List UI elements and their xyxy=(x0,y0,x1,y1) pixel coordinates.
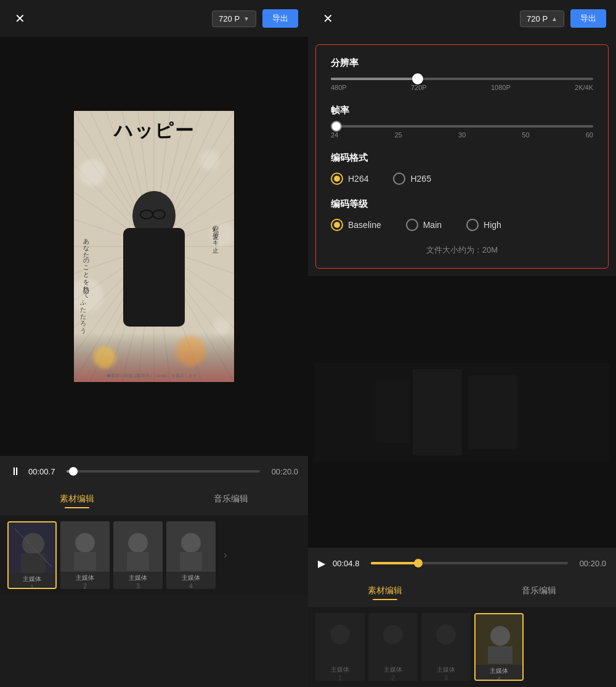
left-resolution-value: 720 P xyxy=(219,14,240,23)
codec-h264-option[interactable]: H264 xyxy=(331,173,368,185)
grade-main-label: Main xyxy=(423,220,442,230)
left-tab-music[interactable]: 音乐编辑 xyxy=(154,494,308,508)
fr-label-30: 30 xyxy=(458,131,466,139)
right-progress-fill xyxy=(371,562,418,564)
left-progress-handle[interactable] xyxy=(69,467,78,476)
right-close-button[interactable]: ✕ xyxy=(318,9,338,28)
right-thumb-3[interactable]: 主媒体 3 xyxy=(421,613,471,681)
framerate-section-label: 帧率 xyxy=(331,105,593,116)
framerate-labels: 24 25 30 50 60 xyxy=(331,131,593,139)
left-thumb-3-num: 3 xyxy=(113,583,163,589)
right-time-current: 00:04.8 xyxy=(333,559,363,568)
grade-main-radio[interactable] xyxy=(406,219,418,231)
svg-rect-69 xyxy=(180,552,202,571)
right-progress-bar[interactable] xyxy=(371,562,568,564)
left-thumb-3-label: 主媒体 xyxy=(113,572,163,583)
resolution-slider-handle[interactable] xyxy=(412,73,423,84)
left-tab-material[interactable]: 素材编辑 xyxy=(0,494,154,508)
grade-section-label: 编码等级 xyxy=(331,198,593,210)
thumb-preview-4 xyxy=(166,521,216,572)
svg-rect-66 xyxy=(127,552,149,571)
codec-h264-radio[interactable] xyxy=(331,173,343,185)
left-thumb-4[interactable]: 主媒体 4 xyxy=(166,521,216,589)
grade-high-option[interactable]: High xyxy=(466,219,501,231)
left-thumb-3[interactable]: 主媒体 3 xyxy=(113,521,163,589)
right-thumb-4-num: 4 xyxy=(476,676,522,681)
right-thumb-strip: 主媒体 1 主媒体 2 主媒体 3 xyxy=(308,607,616,687)
grade-main-option[interactable]: Main xyxy=(406,219,442,231)
right-thumb-4-label: 主媒体 xyxy=(476,665,522,676)
framerate-section: 帧率 24 25 30 50 60 xyxy=(331,105,593,139)
right-thumb-1-label: 主媒体 xyxy=(315,664,365,675)
right-tab-music[interactable]: 音乐编辑 xyxy=(462,585,616,600)
res-label-480p: 480P xyxy=(331,84,347,91)
codec-section: 编码格式 H264 H265 xyxy=(331,152,593,185)
svg-point-58 xyxy=(22,533,44,555)
thumb-preview-2 xyxy=(60,521,110,572)
resolution-slider-fill xyxy=(331,78,418,80)
left-time-current: 00:00.7 xyxy=(28,467,59,476)
file-size-label: 文件大小约为：20M xyxy=(426,245,498,254)
grade-high-label: High xyxy=(484,220,501,230)
svg-point-47 xyxy=(200,150,219,170)
svg-point-65 xyxy=(128,533,148,553)
resolution-slider-labels: 480P 720P 1080P 2K/4K xyxy=(331,84,593,91)
grade-baseline-radio[interactable] xyxy=(331,219,343,231)
fr-label-24: 24 xyxy=(331,131,338,139)
left-progress-bar[interactable] xyxy=(67,470,260,473)
grade-section: 编码等级 Baseline Main High xyxy=(331,198,593,231)
left-close-button[interactable]: ✕ xyxy=(10,9,30,28)
svg-point-51 xyxy=(94,346,116,368)
left-resolution-selector[interactable]: 720 P ▼ xyxy=(212,10,256,27)
right-resolution-chevron: ▲ xyxy=(551,15,557,22)
svg-point-68 xyxy=(181,533,201,553)
right-thumb-preview-4 xyxy=(476,614,522,665)
right-tab-material[interactable]: 素材编辑 xyxy=(308,585,462,600)
grade-high-radio[interactable] xyxy=(466,219,479,231)
resolution-slider-track[interactable] xyxy=(331,78,593,80)
left-top-bar: ✕ 720 P ▼ 导出 xyxy=(0,0,308,37)
fr-label-50: 50 xyxy=(522,131,529,139)
left-export-button[interactable]: 导出 xyxy=(262,9,298,28)
framerate-slider-handle[interactable] xyxy=(331,121,342,132)
codec-h265-option[interactable]: H265 xyxy=(393,173,431,185)
svg-rect-41 xyxy=(123,228,185,327)
manga-radial-bg: ハッピー xyxy=(74,111,234,382)
right-panel: ✕ 720 P ▲ 导出 分辨率 480P 720P 1080P 2K/4K xyxy=(308,0,616,687)
grade-baseline-label: Baseline xyxy=(348,220,381,230)
svg-text:ハッピー: ハッピー xyxy=(113,120,195,140)
right-progress-handle[interactable] xyxy=(414,559,423,567)
framerate-slider-track[interactable] xyxy=(331,125,593,128)
right-thumb-1[interactable]: 主媒体 1 xyxy=(315,613,365,681)
svg-rect-82 xyxy=(488,646,513,664)
left-thumb-2[interactable]: 主媒体 2 xyxy=(60,521,110,589)
right-video-preview xyxy=(308,276,616,548)
right-thumb-1-num: 1 xyxy=(315,675,365,681)
right-thumb-3-num: 3 xyxy=(421,675,471,681)
right-resolution-selector[interactable]: 720 P ▲ xyxy=(520,10,564,27)
svg-point-75 xyxy=(330,625,350,644)
right-export-button[interactable]: 导出 xyxy=(570,9,606,28)
export-settings-panel: 分辨率 480P 720P 1080P 2K/4K 帧率 24 25 30 xyxy=(315,44,609,269)
left-top-bar-right: 720 P ▼ 导出 xyxy=(212,9,298,28)
right-thumb-4[interactable]: 主媒体 4 xyxy=(474,613,524,681)
right-resolution-value: 720 P xyxy=(527,14,548,23)
codec-h265-radio[interactable] xyxy=(393,173,405,185)
right-play-button[interactable]: ▶ xyxy=(318,558,325,569)
right-thumb-preview-2 xyxy=(368,613,418,664)
svg-point-62 xyxy=(75,533,95,553)
svg-rect-73 xyxy=(376,381,410,443)
left-thumb-2-num: 2 xyxy=(60,583,110,589)
grade-baseline-option[interactable]: Baseline xyxy=(331,219,381,231)
fr-label-25: 25 xyxy=(394,131,402,139)
manga-poster: ハッピー xyxy=(74,111,234,382)
left-play-pause-button[interactable]: ⏸ xyxy=(10,465,21,478)
left-thumb-1[interactable]: 主媒体 1 xyxy=(7,521,57,589)
svg-point-77 xyxy=(383,625,403,644)
left-thumb-4-label: 主媒体 xyxy=(166,572,216,583)
right-top-bar: ✕ 720 P ▲ 导出 xyxy=(308,0,616,37)
thumb-preview-3 xyxy=(113,521,163,572)
right-thumb-2[interactable]: 主媒体 2 xyxy=(368,613,418,681)
codec-radio-group: H264 H265 xyxy=(331,173,593,185)
svg-point-79 xyxy=(436,625,456,644)
